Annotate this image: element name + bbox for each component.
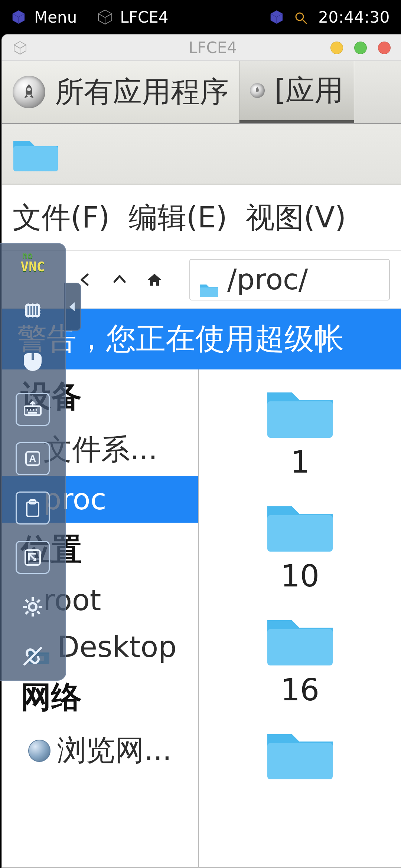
folder-item[interactable]: 10 bbox=[199, 497, 401, 611]
menu-cube-icon[interactable] bbox=[11, 10, 26, 24]
svg-line-38 bbox=[29, 554, 36, 560]
svg-rect-23 bbox=[36, 306, 38, 315]
svg-rect-12 bbox=[200, 287, 218, 297]
novnc-keyboard-button[interactable] bbox=[16, 393, 50, 426]
svg-point-29 bbox=[30, 409, 31, 411]
novnc-handle[interactable] bbox=[64, 283, 81, 331]
svg-point-6 bbox=[296, 13, 303, 20]
menu-edit[interactable]: 编辑(E) bbox=[128, 198, 227, 237]
menu-view[interactable]: 视图(V) bbox=[246, 198, 346, 237]
svg-rect-20 bbox=[27, 306, 29, 315]
menu-file[interactable]: 文件(F) bbox=[13, 198, 110, 237]
svg-line-7 bbox=[303, 20, 307, 24]
rocket-icon bbox=[13, 76, 45, 108]
tab-application-label: [应用 bbox=[274, 71, 343, 110]
novnc-logo: no VNC bbox=[20, 251, 45, 273]
svg-rect-17 bbox=[267, 629, 333, 665]
tray-cube-icon[interactable] bbox=[269, 10, 284, 24]
search-icon[interactable] bbox=[294, 10, 308, 24]
svg-point-28 bbox=[27, 409, 28, 411]
status-left: Menu bbox=[11, 8, 77, 26]
sidebar-browse-network[interactable]: 浏览网... bbox=[2, 724, 198, 777]
tab-all-apps[interactable]: 所有应用程序 bbox=[2, 61, 239, 123]
launcher-tabbar: 所有应用程序 [应用 bbox=[2, 61, 401, 124]
novnc-fullscreen-button[interactable] bbox=[16, 541, 50, 574]
svg-point-31 bbox=[36, 409, 37, 411]
status-right: 20:44:30 bbox=[269, 8, 390, 26]
globe-icon bbox=[28, 740, 50, 762]
svg-text:A: A bbox=[29, 453, 36, 464]
path-folder-icon bbox=[199, 272, 219, 288]
svg-rect-11 bbox=[13, 146, 58, 171]
tab-all-apps-label: 所有应用程序 bbox=[55, 73, 229, 112]
sidebar-browse-network-label: 浏览网... bbox=[57, 731, 172, 770]
titlebar-app-icon bbox=[13, 40, 27, 55]
task-label: LFCE4 bbox=[120, 8, 168, 26]
path-field[interactable]: /proc/ bbox=[189, 259, 390, 300]
window-controls bbox=[330, 42, 391, 54]
folder-icon bbox=[263, 497, 337, 555]
svg-rect-15 bbox=[267, 401, 333, 438]
clock: 20:44:30 bbox=[318, 8, 390, 26]
folder-icon bbox=[263, 724, 337, 754]
status-bar: Menu LFCE4 20:44:30 bbox=[0, 0, 401, 34]
svg-point-39 bbox=[29, 603, 36, 611]
maximize-button[interactable] bbox=[354, 42, 367, 54]
task-wire-icon bbox=[97, 9, 113, 25]
tab-application[interactable]: [应用 bbox=[239, 61, 354, 123]
folder-icon bbox=[263, 383, 337, 441]
folder-icon bbox=[263, 611, 337, 668]
svg-rect-24 bbox=[32, 353, 34, 360]
close-button[interactable] bbox=[378, 42, 391, 54]
svg-rect-32 bbox=[28, 412, 37, 414]
toolbar-folder-icon[interactable] bbox=[11, 134, 60, 174]
status-task[interactable]: LFCE4 bbox=[97, 8, 168, 26]
svg-line-44 bbox=[26, 600, 28, 602]
novnc-clipboard-button[interactable] bbox=[16, 491, 50, 525]
folder-item[interactable]: 16 bbox=[199, 611, 401, 724]
menu-label[interactable]: Menu bbox=[34, 8, 77, 26]
novnc-disconnect-button[interactable] bbox=[16, 640, 50, 673]
svg-rect-26 bbox=[25, 406, 41, 415]
folder-label: 16 bbox=[281, 672, 319, 707]
svg-rect-18 bbox=[267, 743, 333, 779]
novnc-mouse-button[interactable] bbox=[16, 343, 50, 377]
folder-item[interactable] bbox=[199, 724, 401, 754]
titlebar[interactable]: LFCE4 bbox=[2, 35, 401, 61]
novnc-extra-keys-button[interactable]: A bbox=[16, 442, 50, 475]
svg-rect-16 bbox=[267, 515, 333, 552]
novnc-logo-vnc: VNC bbox=[20, 259, 45, 274]
svg-rect-22 bbox=[33, 306, 35, 315]
svg-point-10 bbox=[27, 88, 31, 91]
rocket-small-icon bbox=[250, 83, 265, 98]
novnc-settings-button[interactable] bbox=[16, 590, 50, 623]
file-grid[interactable]: 1 10 16 bbox=[199, 369, 401, 867]
novnc-drag-button[interactable] bbox=[16, 294, 50, 327]
novnc-control-bar[interactable]: no VNC A bbox=[0, 243, 66, 681]
svg-point-30 bbox=[33, 409, 34, 411]
folder-item[interactable]: 1 bbox=[199, 383, 401, 497]
nav-up-icon[interactable] bbox=[111, 272, 128, 288]
svg-line-46 bbox=[37, 600, 40, 602]
nav-home-icon[interactable] bbox=[146, 272, 163, 288]
minimize-button[interactable] bbox=[330, 42, 343, 54]
svg-line-45 bbox=[37, 611, 40, 614]
svg-line-47 bbox=[26, 611, 28, 614]
folder-label: 10 bbox=[281, 558, 319, 594]
menubar: 文件(F) 编辑(E) 视图(V) bbox=[2, 184, 401, 251]
toolbar bbox=[2, 124, 401, 184]
path-text: /proc/ bbox=[227, 263, 308, 296]
folder-label: 1 bbox=[290, 444, 310, 480]
sidebar-desktop-label: Desktop bbox=[57, 630, 177, 664]
svg-rect-21 bbox=[30, 306, 32, 315]
